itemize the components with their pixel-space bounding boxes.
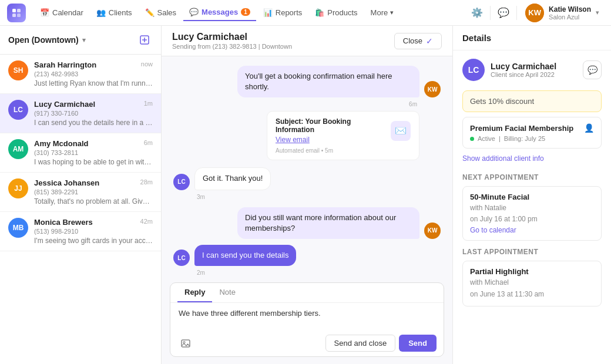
bubble: Got it. Thank you!: [194, 167, 271, 190]
nav-item-sales[interactable]: ✏️ Sales: [139, 5, 183, 21]
go-to-calendar-link[interactable]: Go to calendar: [470, 226, 594, 234]
nav-item-calendar[interactable]: 📅 Calendar: [34, 5, 89, 21]
contact-name: Amy Mcdonald: [34, 139, 88, 148]
compose-tabs: Reply Note: [170, 283, 444, 303]
last-appt-date: on June 13 at 11:30 am: [470, 289, 594, 300]
notifications-icon-btn[interactable]: 💬: [494, 4, 513, 22]
inbox-selector[interactable]: Open (Downtown) ▾: [8, 35, 86, 45]
products-icon: 🛍️: [315, 8, 324, 17]
contact-phone: (310) 733-2811: [34, 149, 153, 156]
list-item[interactable]: JJ Jessica Johansen 28m (815) 389-2291 T…: [0, 173, 161, 212]
client-avatar: LC: [462, 59, 485, 81]
compose-textarea[interactable]: We have three different membership tiers…: [170, 303, 444, 331]
convo-time: 6m: [144, 139, 153, 148]
chat-header: Lucy Carmichael Sending from (213) 382-9…: [162, 26, 452, 56]
settings-icon-btn[interactable]: ⚙️: [468, 4, 486, 22]
contact-phone: (513) 998-2910: [34, 228, 153, 235]
contact-phone: (815) 389-2291: [34, 188, 153, 196]
conversation-list: SH Sarah Harrington now (213) 482-9983 J…: [0, 55, 161, 364]
list-item[interactable]: AM Amy Mcdonald 6m (310) 733-2811 I was …: [0, 133, 161, 173]
svg-point-8: [183, 341, 185, 343]
message-row: LC I can send you the details: [173, 245, 441, 266]
tab-note[interactable]: Note: [212, 283, 242, 302]
calendar-icon: 📅: [40, 8, 49, 17]
email-view-link[interactable]: View email: [276, 136, 385, 144]
sales-icon: ✏️: [145, 8, 155, 17]
svg-rect-1: [17, 9, 21, 12]
convo-time: 1m: [144, 100, 153, 109]
top-nav: 📅 Calendar 👥 Clients ✏️ Sales 💬 Messages…: [0, 0, 611, 26]
message-time: 6m: [173, 101, 417, 107]
convo-time: 28m: [140, 178, 153, 187]
contact-name: Jessica Johansen: [34, 178, 99, 187]
convo-preview: I'm seeing two gift cards in your accoun…: [34, 237, 153, 245]
message-list: KW You'll get a booking confirmation ema…: [162, 56, 452, 282]
list-item[interactable]: MB Monica Brewers 42m (513) 998-2910 I'm…: [0, 212, 161, 251]
membership-icon: 👤: [584, 123, 594, 133]
send-button[interactable]: Send: [399, 335, 437, 352]
next-appt-date: on July 16 at 1:00 pm: [470, 214, 594, 225]
details-panel: Details LC Lucy Carmichael Client since …: [452, 26, 611, 364]
convo-time: 42m: [140, 218, 153, 227]
convo-time: now: [141, 60, 153, 69]
membership-status: Active: [478, 135, 495, 142]
bubble: Did you still want more information abou…: [237, 207, 419, 239]
email-subject: Subject: Your Booking Information: [276, 117, 385, 134]
show-additional-info-link[interactable]: Show additional client info: [453, 153, 611, 168]
client-name: Lucy Carmichael: [491, 62, 577, 71]
chat-contact-name: Lucy Carmichael: [172, 32, 292, 42]
email-card: Subject: Your Booking Information View e…: [173, 111, 441, 160]
client-since: Client since April 2022: [491, 71, 577, 78]
membership-name: Premium Facial Membership: [470, 124, 573, 133]
membership-billing: Billing: July 25: [504, 135, 545, 142]
convo-preview: I was hoping to be able to get in with M…: [34, 158, 153, 166]
bubble: You'll get a booking confirmation email …: [237, 66, 419, 97]
avatar: KW: [424, 81, 441, 97]
user-sub: Salon Azul: [549, 14, 591, 21]
message-client-button[interactable]: 💬: [583, 60, 602, 79]
nav-item-products[interactable]: 🛍️ Products: [309, 5, 363, 21]
last-appt-service: Partial Highlight: [470, 267, 594, 276]
message-row: LC Got it. Thank you!: [173, 167, 441, 190]
contact-name: Sarah Harrington: [34, 60, 96, 69]
attach-image-button[interactable]: [177, 335, 194, 352]
contact-name: Lucy Carmichael: [34, 100, 95, 109]
avatar: LC: [8, 100, 28, 120]
nav-item-messages[interactable]: 💬 Messages 1: [183, 4, 256, 21]
message-row: KW You'll get a booking confirmation ema…: [173, 66, 441, 97]
reports-icon: 📊: [263, 8, 273, 17]
bubble: I can send you the details: [194, 245, 296, 266]
message-time: 2m: [197, 269, 441, 276]
close-conversation-button[interactable]: Close ✓: [394, 33, 442, 49]
message-time: 3m: [197, 194, 441, 200]
send-and-close-button[interactable]: Send and close: [325, 335, 396, 352]
list-item[interactable]: SH Sarah Harrington now (213) 482-9983 J…: [0, 55, 161, 94]
messages-icon: 💬: [189, 8, 199, 16]
next-appointment-label: Next appointment: [453, 168, 611, 184]
last-appointment-card: Partial Highlight with Michael on June 1…: [462, 261, 602, 306]
last-appointment-label: Last appointment: [453, 243, 611, 258]
message-row: KW Did you still want more information a…: [173, 207, 441, 239]
user-menu[interactable]: KW Katie Wilson Salon Azul ▾: [521, 1, 604, 25]
nav-item-clients[interactable]: 👥 Clients: [90, 5, 138, 21]
avatar: SH: [8, 60, 28, 80]
compose-button[interactable]: [136, 32, 153, 48]
conversation-list-panel: Open (Downtown) ▾ SH Sarah Harrington no…: [0, 26, 162, 364]
tab-reply[interactable]: Reply: [177, 283, 212, 302]
avatar: LC: [173, 250, 190, 266]
messages-badge: 1: [241, 8, 250, 16]
avatar: AM: [8, 139, 28, 159]
contact-name: Monica Brewers: [34, 218, 93, 227]
chat-panel: Lucy Carmichael Sending from (213) 382-9…: [162, 26, 452, 364]
compose-box: Reply Note We have three different membe…: [170, 282, 444, 357]
nav-item-reports[interactable]: 📊 Reports: [257, 5, 308, 21]
avatar: KW: [424, 223, 441, 239]
nav-item-more[interactable]: More ▾: [365, 5, 400, 21]
next-appt-service: 50-Minute Facial: [470, 193, 594, 201]
check-icon: ✓: [426, 36, 433, 46]
logo[interactable]: [7, 4, 26, 22]
list-item[interactable]: LC Lucy Carmichael 1m (917) 330-7160 I c…: [0, 94, 161, 133]
active-status-dot: [470, 137, 474, 141]
convo-preview: I can send you the details here in a few…: [34, 119, 153, 127]
next-appointment-card: 50-Minute Facial with Natalie on July 16…: [462, 186, 602, 241]
